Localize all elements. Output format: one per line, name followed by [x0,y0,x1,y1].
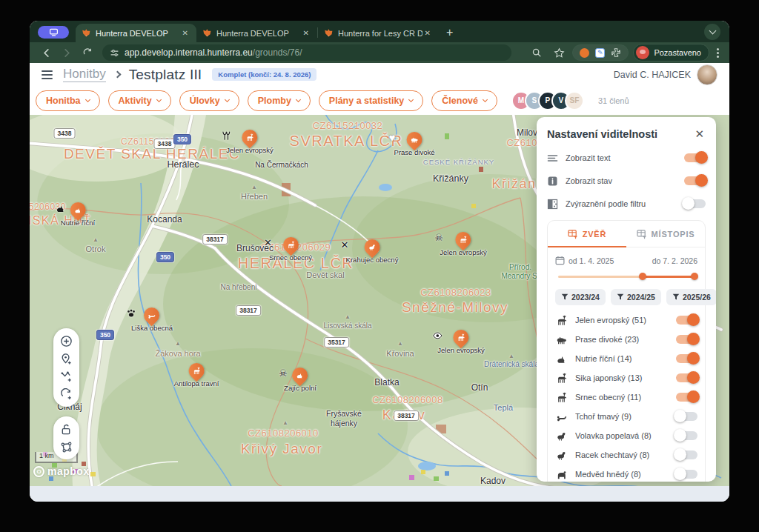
edit-extension-icon[interactable]: ✎ [595,48,605,58]
marker-pin-icon [279,234,302,256]
chevron-down-icon [483,97,488,102]
add-rotation-button[interactable] [56,386,77,402]
map-marker[interactable]: Jelen evropský [226,130,273,154]
marker-pin-icon [361,236,383,259]
members-count: 31 členů [598,96,629,105]
road-badge: 350 [173,134,191,144]
extensions-puzzle-icon[interactable] [611,47,621,58]
menu-hamburger-icon[interactable] [42,70,53,79]
species-toggle[interactable] [676,450,697,459]
nav-clenove-button[interactable]: Členové [431,90,497,111]
species-toggle[interactable] [676,431,697,440]
map-marker[interactable]: Liška obecná [131,307,173,332]
new-tab-button[interactable]: + [446,27,453,38]
species-toggle[interactable] [676,412,697,421]
marker-pin-icon [450,327,472,349]
highlight-filter-toggle[interactable] [684,199,706,208]
polygon-select-button[interactable] [56,439,77,455]
map-tools-group [53,328,79,407]
map-marker[interactable]: Nutrie říční [61,202,95,227]
marker-pin-icon [289,365,311,387]
slider-handle[interactable] [691,273,698,280]
map-marker[interactable]: ✕ Krahujec obecný [346,239,399,264]
species-toggle[interactable] [676,470,697,479]
user-box[interactable]: David C. HAJICEK [614,64,717,85]
bear-icon [555,469,568,480]
species-toggle[interactable] [676,393,697,402]
antlers-icon [221,130,231,141]
zoom-in-button[interactable] [56,333,77,349]
close-tab-icon[interactable]: ✕ [301,29,311,37]
unlock-button[interactable] [56,421,77,437]
extension-icon[interactable] [580,48,589,58]
add-route-button[interactable] [56,368,77,385]
close-tab-icon[interactable]: ✕ [422,29,433,37]
breadcrumb-chevron-icon [113,71,121,79]
peak-icon: ▲ [93,236,99,243]
close-tab-icon[interactable]: ✕ [180,29,190,37]
species-toggle[interactable] [676,354,697,363]
tab-title: Hunterra for Lesy CR DEVELO [338,29,422,38]
browser-menu-icon[interactable] [714,48,722,58]
date-from[interactable]: od 1. 4. 2025 [569,256,614,265]
search-icon[interactable] [528,44,546,61]
tab-mistopis[interactable]: MÍSTOPIS [626,221,705,247]
season-chip-2025[interactable]: 2025/26 [666,289,716,305]
date-to[interactable]: do 7. 2. 2026 [652,256,697,265]
halftone-icon [547,199,558,210]
show-text-toggle[interactable] [684,153,706,162]
reload-button[interactable] [79,44,96,61]
add-point-button[interactable] [56,350,77,367]
profile-paused-button[interactable]: Pozastaveno [633,44,709,61]
hunterra-favicon [202,28,212,38]
tab-group-chip[interactable] [38,26,69,39]
species-toggle[interactable] [676,335,697,344]
subscription-badge: Komplet (končí: 24. 8. 2026) [212,68,316,81]
user-avatar[interactable] [697,64,717,85]
season-chip-2023[interactable]: 2023/24 [555,289,606,305]
text-lines-icon [547,153,558,164]
map-marker[interactable]: ✕ Srnec obecný [269,237,312,262]
map-marker[interactable]: Antilopa travní [174,363,219,388]
road-badge: 3438 [54,128,76,139]
chevron-down-icon [225,97,230,102]
display-toggle-row: Zvýraznění podle filtru [547,196,706,212]
browser-tab-3[interactable]: Hunterra for Lesy CR DEVELO ✕ [318,24,439,42]
url-bar[interactable]: app.develop.internal.hunterra.eu/grounds… [102,44,511,61]
grid-filter-icon [637,229,647,239]
tab-search-button[interactable] [704,24,720,40]
slider-handle[interactable] [639,273,646,280]
species-row: Prase divoké (23) [555,330,697,349]
site-settings-icon[interactable] [110,48,119,58]
calendar-icon [555,256,565,265]
map-marker[interactable]: ☠ Zajíc polní [284,368,316,392]
show-state-toggle[interactable] [684,176,706,185]
nav-plomby-button[interactable]: Plomby [248,90,311,111]
map-marker[interactable]: Jelen evropský [437,330,484,354]
chevron-down-icon [408,97,414,102]
nav-ulovky-button[interactable]: Úlovky [179,90,239,111]
species-toggle[interactable] [676,316,697,325]
road-badge: 350 [156,252,174,262]
nav-plany-button[interactable]: Plány a statistiky [319,90,423,111]
close-icon[interactable]: ✕ [693,127,706,141]
tab-zver[interactable]: ZVĚŘ [548,221,626,247]
map-canvas[interactable]: DEVĚT SKAL HERÁLEC SVRATKA LČR HERÁLEC L… [30,115,729,486]
season-chip-2024[interactable]: 2024/25 [611,289,661,305]
heart-icon: ♥ [389,133,396,142]
marker-pin-icon [452,229,474,251]
species-toggle[interactable] [676,373,697,382]
map-marker[interactable]: ☠ Jelen evropský [440,232,486,256]
map-marker[interactable]: ♥ Prase divoké [394,132,435,156]
species-row: Jelen evropský (51) [555,310,697,330]
date-range-slider[interactable] [558,273,695,280]
back-button[interactable] [37,44,55,61]
nav-honitba-button[interactable]: Honitba [36,90,100,111]
member-avatar-stack[interactable]: M S P V SF [511,91,584,110]
bookmark-star-icon[interactable] [550,44,568,61]
browser-tab-2[interactable]: Hunterra DEVELOP ✕ [196,24,317,42]
nav-aktivity-button[interactable]: Aktivity [108,90,171,111]
breadcrumb[interactable]: Honitby [63,67,106,82]
forward-button[interactable] [58,44,76,61]
browser-tab-1[interactable]: Hunterra DEVELOP ✕ [76,24,196,42]
